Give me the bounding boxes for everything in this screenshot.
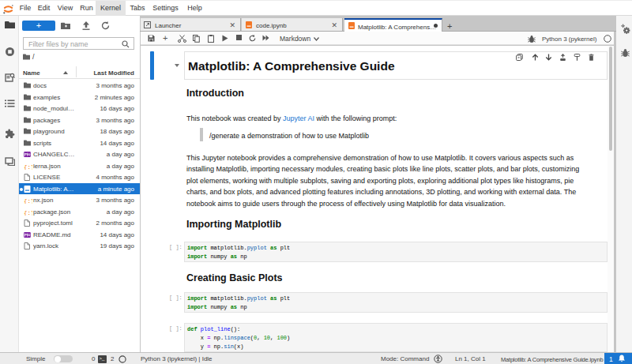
svg-text:{:}: {:}: [24, 209, 32, 216]
svg-text:{:}: {:}: [24, 163, 32, 170]
svg-text:{:}: {:}: [24, 198, 32, 205]
